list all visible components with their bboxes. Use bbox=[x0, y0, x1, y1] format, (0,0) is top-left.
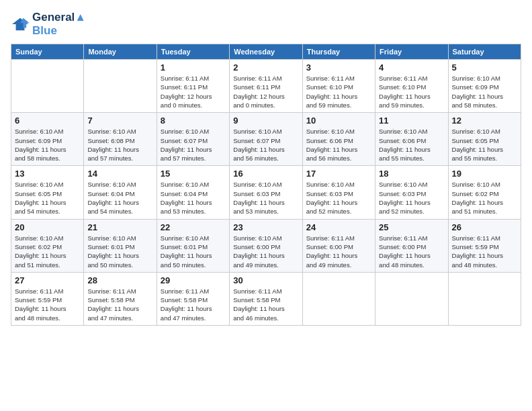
calendar-cell: 5Sunrise: 6:10 AM Sunset: 6:09 PM Daylig… bbox=[448, 60, 521, 113]
calendar-cell: 12Sunrise: 6:10 AM Sunset: 6:05 PM Dayli… bbox=[448, 113, 521, 166]
day-number: 7 bbox=[87, 116, 152, 126]
day-info: Sunrise: 6:11 AM Sunset: 5:58 PM Dayligh… bbox=[161, 287, 226, 322]
calendar-cell: 26Sunrise: 6:11 AM Sunset: 5:59 PM Dayli… bbox=[448, 219, 521, 272]
day-info: Sunrise: 6:10 AM Sunset: 6:03 PM Dayligh… bbox=[233, 180, 298, 216]
calendar-cell bbox=[375, 272, 448, 325]
day-info: Sunrise: 6:10 AM Sunset: 6:02 PM Dayligh… bbox=[452, 180, 517, 216]
day-info: Sunrise: 6:10 AM Sunset: 6:03 PM Dayligh… bbox=[379, 180, 444, 216]
calendar-cell: 24Sunrise: 6:11 AM Sunset: 6:00 PM Dayli… bbox=[302, 219, 375, 272]
day-info: Sunrise: 6:11 AM Sunset: 6:10 PM Dayligh… bbox=[379, 74, 444, 109]
day-number: 15 bbox=[161, 169, 226, 179]
calendar-cell: 25Sunrise: 6:11 AM Sunset: 6:00 PM Dayli… bbox=[375, 219, 448, 272]
day-info: Sunrise: 6:11 AM Sunset: 6:00 PM Dayligh… bbox=[379, 234, 444, 269]
day-number: 1 bbox=[161, 62, 226, 73]
day-info: Sunrise: 6:11 AM Sunset: 5:59 PM Dayligh… bbox=[15, 287, 80, 322]
calendar-body: 1Sunrise: 6:11 AM Sunset: 6:11 PM Daylig… bbox=[11, 60, 521, 326]
day-info: Sunrise: 6:11 AM Sunset: 5:58 PM Dayligh… bbox=[87, 287, 152, 322]
day-number: 14 bbox=[87, 169, 152, 179]
calendar-cell bbox=[448, 272, 521, 325]
calendar-cell bbox=[11, 60, 84, 113]
calendar-cell bbox=[84, 60, 157, 113]
day-number: 13 bbox=[15, 169, 80, 179]
day-info: Sunrise: 6:10 AM Sunset: 6:01 PM Dayligh… bbox=[161, 234, 226, 269]
day-number: 12 bbox=[452, 116, 517, 126]
day-number: 8 bbox=[161, 116, 226, 126]
calendar-week-2: 13Sunrise: 6:10 AM Sunset: 6:05 PM Dayli… bbox=[11, 166, 521, 219]
day-info: Sunrise: 6:10 AM Sunset: 6:05 PM Dayligh… bbox=[452, 127, 517, 163]
day-info: Sunrise: 6:10 AM Sunset: 6:07 PM Dayligh… bbox=[233, 127, 298, 163]
calendar-cell: 23Sunrise: 6:10 AM Sunset: 6:00 PM Dayli… bbox=[230, 219, 302, 272]
day-number: 16 bbox=[233, 169, 298, 179]
day-info: Sunrise: 6:11 AM Sunset: 5:58 PM Dayligh… bbox=[233, 287, 298, 322]
day-number: 23 bbox=[233, 222, 298, 232]
calendar: SundayMondayTuesdayWednesdayThursdayFrid… bbox=[11, 44, 521, 326]
calendar-cell: 28Sunrise: 6:11 AM Sunset: 5:58 PM Dayli… bbox=[84, 272, 157, 325]
day-number: 21 bbox=[87, 222, 152, 232]
calendar-cell: 6Sunrise: 6:10 AM Sunset: 6:09 PM Daylig… bbox=[11, 113, 84, 166]
weekday-header-friday: Friday bbox=[375, 44, 448, 60]
day-number: 6 bbox=[15, 116, 80, 126]
day-number: 2 bbox=[233, 62, 298, 73]
day-number: 18 bbox=[379, 169, 444, 179]
weekday-row: SundayMondayTuesdayWednesdayThursdayFrid… bbox=[11, 44, 521, 60]
calendar-week-0: 1Sunrise: 6:11 AM Sunset: 6:11 PM Daylig… bbox=[11, 60, 521, 113]
logo: General▲ Blue bbox=[11, 11, 86, 37]
day-number: 17 bbox=[306, 169, 371, 179]
calendar-cell: 7Sunrise: 6:10 AM Sunset: 6:08 PM Daylig… bbox=[84, 113, 157, 166]
calendar-week-4: 27Sunrise: 6:11 AM Sunset: 5:59 PM Dayli… bbox=[11, 272, 521, 325]
calendar-cell: 2Sunrise: 6:11 AM Sunset: 6:11 PM Daylig… bbox=[230, 60, 302, 113]
day-info: Sunrise: 6:10 AM Sunset: 6:08 PM Dayligh… bbox=[87, 127, 152, 163]
calendar-cell: 22Sunrise: 6:10 AM Sunset: 6:01 PM Dayli… bbox=[157, 219, 229, 272]
day-info: Sunrise: 6:10 AM Sunset: 6:04 PM Dayligh… bbox=[161, 180, 226, 216]
calendar-cell: 20Sunrise: 6:10 AM Sunset: 6:02 PM Dayli… bbox=[11, 219, 84, 272]
calendar-cell: 1Sunrise: 6:11 AM Sunset: 6:11 PM Daylig… bbox=[157, 60, 229, 113]
day-info: Sunrise: 6:10 AM Sunset: 6:06 PM Dayligh… bbox=[379, 127, 444, 163]
calendar-cell: 10Sunrise: 6:10 AM Sunset: 6:06 PM Dayli… bbox=[302, 113, 375, 166]
calendar-cell: 27Sunrise: 6:11 AM Sunset: 5:59 PM Dayli… bbox=[11, 272, 84, 325]
calendar-cell: 17Sunrise: 6:10 AM Sunset: 6:03 PM Dayli… bbox=[302, 166, 375, 219]
day-info: Sunrise: 6:10 AM Sunset: 6:01 PM Dayligh… bbox=[87, 234, 152, 269]
day-number: 4 bbox=[379, 62, 444, 73]
day-number: 26 bbox=[452, 222, 517, 232]
day-number: 19 bbox=[452, 169, 517, 179]
day-number: 10 bbox=[306, 116, 371, 126]
day-number: 24 bbox=[306, 222, 371, 232]
calendar-cell: 9Sunrise: 6:10 AM Sunset: 6:07 PM Daylig… bbox=[230, 113, 302, 166]
day-number: 9 bbox=[233, 116, 298, 126]
day-info: Sunrise: 6:10 AM Sunset: 6:05 PM Dayligh… bbox=[15, 180, 80, 216]
day-info: Sunrise: 6:10 AM Sunset: 6:09 PM Dayligh… bbox=[452, 74, 517, 109]
weekday-header-monday: Monday bbox=[84, 44, 157, 60]
calendar-cell: 3Sunrise: 6:11 AM Sunset: 6:10 PM Daylig… bbox=[302, 60, 375, 113]
day-info: Sunrise: 6:11 AM Sunset: 6:10 PM Dayligh… bbox=[306, 74, 371, 109]
weekday-header-tuesday: Tuesday bbox=[157, 44, 229, 60]
day-number: 5 bbox=[452, 62, 517, 73]
calendar-cell: 14Sunrise: 6:10 AM Sunset: 6:04 PM Dayli… bbox=[84, 166, 157, 219]
calendar-cell: 13Sunrise: 6:10 AM Sunset: 6:05 PM Dayli… bbox=[11, 166, 84, 219]
calendar-cell: 18Sunrise: 6:10 AM Sunset: 6:03 PM Dayli… bbox=[375, 166, 448, 219]
day-number: 11 bbox=[379, 116, 444, 126]
day-number: 3 bbox=[306, 62, 371, 73]
day-info: Sunrise: 6:11 AM Sunset: 6:11 PM Dayligh… bbox=[233, 74, 298, 109]
day-number: 28 bbox=[87, 275, 152, 285]
calendar-cell: 8Sunrise: 6:10 AM Sunset: 6:07 PM Daylig… bbox=[157, 113, 229, 166]
day-info: Sunrise: 6:10 AM Sunset: 6:00 PM Dayligh… bbox=[233, 234, 298, 269]
day-number: 25 bbox=[379, 222, 444, 232]
logo-icon bbox=[11, 17, 30, 32]
header: General▲ Blue bbox=[11, 11, 521, 37]
day-info: Sunrise: 6:11 AM Sunset: 6:11 PM Dayligh… bbox=[161, 74, 226, 109]
calendar-cell: 19Sunrise: 6:10 AM Sunset: 6:02 PM Dayli… bbox=[448, 166, 521, 219]
calendar-week-1: 6Sunrise: 6:10 AM Sunset: 6:09 PM Daylig… bbox=[11, 113, 521, 166]
day-info: Sunrise: 6:10 AM Sunset: 6:04 PM Dayligh… bbox=[87, 180, 152, 216]
logo-line2: Blue bbox=[32, 24, 86, 38]
day-info: Sunrise: 6:10 AM Sunset: 6:06 PM Dayligh… bbox=[306, 127, 371, 163]
day-number: 20 bbox=[15, 222, 80, 232]
day-number: 27 bbox=[15, 275, 80, 285]
calendar-cell: 30Sunrise: 6:11 AM Sunset: 5:58 PM Dayli… bbox=[230, 272, 302, 325]
day-info: Sunrise: 6:11 AM Sunset: 5:59 PM Dayligh… bbox=[452, 234, 517, 269]
weekday-header-thursday: Thursday bbox=[302, 44, 375, 60]
logo-line1: General▲ bbox=[32, 11, 86, 24]
day-info: Sunrise: 6:11 AM Sunset: 6:00 PM Dayligh… bbox=[306, 234, 371, 269]
day-info: Sunrise: 6:10 AM Sunset: 6:07 PM Dayligh… bbox=[161, 127, 226, 163]
calendar-cell: 11Sunrise: 6:10 AM Sunset: 6:06 PM Dayli… bbox=[375, 113, 448, 166]
calendar-cell: 4Sunrise: 6:11 AM Sunset: 6:10 PM Daylig… bbox=[375, 60, 448, 113]
